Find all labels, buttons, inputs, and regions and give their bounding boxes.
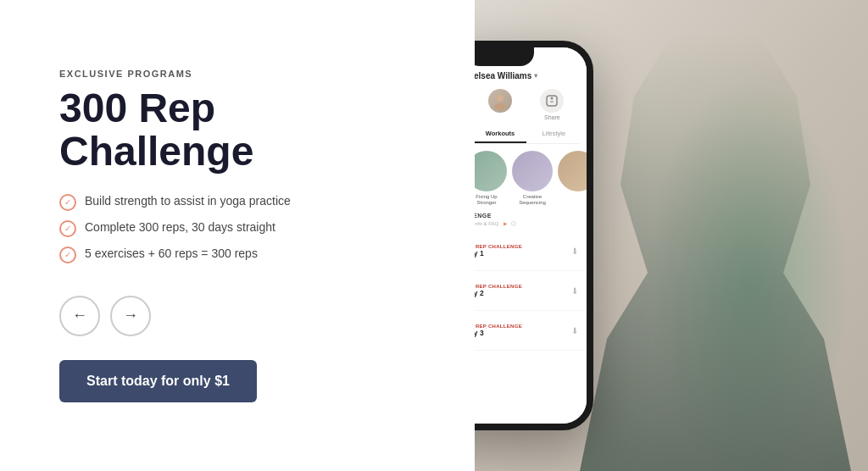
- tab-workouts[interactable]: Workouts: [475, 125, 526, 143]
- phone-notch: [475, 47, 534, 66]
- play-icon[interactable]: ▶: [504, 221, 508, 226]
- workout-name-1: Day 1: [475, 249, 566, 258]
- title-line1: 300 Rep: [59, 86, 215, 130]
- right-panel: Chelsea Williams ▾ ✉ Message: [475, 0, 868, 471]
- feature-item-3: 5 exercises + 60 reps = 300 reps: [59, 246, 424, 263]
- phone-device: Chelsea Williams ▾ ✉ Message: [475, 41, 593, 430]
- next-arrow-button[interactable]: →: [110, 296, 151, 336]
- info-icon[interactable]: ⓘ: [511, 221, 516, 226]
- phone-mockup: Chelsea Williams ▾ ✉ Message: [475, 41, 593, 430]
- program-item-3[interactable]: Creative Sequencing: [512, 151, 553, 206]
- phone-screen: Chelsea Williams ▾ ✉ Message: [475, 47, 587, 424]
- program-circle-2: [475, 151, 507, 191]
- phone-tabs: About Workouts Lifestyle: [475, 125, 580, 144]
- check-icon-2: [59, 220, 76, 237]
- main-title: 300 Rep Challenge: [59, 87, 424, 173]
- left-panel: EXCLUSIVE PROGRAMS 300 Rep Challenge Bui…: [0, 0, 475, 471]
- workout-row-3[interactable]: 300 REP CHALLENGE Day 3 ⬇: [475, 311, 587, 351]
- svg-point-1: [494, 103, 506, 109]
- feature-item-2: Complete 300 reps, 30 days straight: [59, 219, 424, 237]
- chevron-down-icon: ▾: [534, 72, 537, 80]
- phone-action-profile: [488, 89, 512, 120]
- workout-name-3: Day 3: [475, 329, 566, 337]
- features-list: Build strength to assist in yoga practic…: [59, 193, 424, 272]
- workout-name-2: Day 2: [475, 289, 566, 297]
- program-label-2: Fixing Up Stronger: [475, 194, 507, 206]
- tab-lifestyle[interactable]: Lifestyle: [528, 125, 580, 143]
- workout-info-3: 300 REP CHALLENGE Day 3: [475, 324, 566, 337]
- program-circle-4: [558, 151, 587, 191]
- workout-info-1: 300 REP CHALLENGE Day 1: [475, 244, 566, 258]
- phone-program-circles: 300 REP 300 Rep Challenge Fixing Up Stro…: [475, 144, 587, 209]
- program-label-3: Creative Sequencing: [512, 194, 553, 206]
- download-icon-1[interactable]: ⬇: [571, 247, 578, 256]
- workout-row-2[interactable]: 30 min 300 REP CHALLENGE Day 2 ⬇: [475, 271, 587, 311]
- program-item-2[interactable]: Fixing Up Stronger: [475, 151, 507, 206]
- workout-info-2: 300 REP CHALLENGE Day 2: [475, 284, 566, 297]
- nav-arrows: ← →: [59, 296, 424, 336]
- page-container: EXCLUSIVE PROGRAMS 300 Rep Challenge Bui…: [0, 0, 868, 471]
- share-label: Share: [544, 114, 560, 120]
- feature-text-2: Complete 300 reps, 30 days straight: [85, 219, 275, 236]
- exclusive-label: EXCLUSIVE PROGRAMS: [59, 69, 424, 79]
- feature-text-3: 5 exercises + 60 reps = 300 reps: [85, 246, 258, 263]
- phone-actions: ✉ Message S: [475, 86, 587, 125]
- check-icon-3: [59, 247, 76, 263]
- title-line2: Challenge: [59, 129, 253, 174]
- check-icon-1: [59, 194, 76, 211]
- download-icon-2[interactable]: ⬇: [571, 286, 578, 296]
- phone-username: Chelsea Williams: [475, 71, 531, 80]
- share-icon[interactable]: [540, 89, 564, 113]
- svg-point-0: [497, 95, 504, 102]
- phone-section-title: 300 REP CHALLENGE: [475, 209, 587, 220]
- feature-item-1: Build strength to assist in yoga practic…: [59, 193, 424, 211]
- program-circle-3: [512, 151, 553, 191]
- feature-text-1: Build strength to assist in yoga practic…: [85, 193, 291, 210]
- workout-row-1[interactable]: 30 min 300 REP CHALLENGE Day 1 ⬇: [475, 231, 587, 271]
- download-icon-3[interactable]: ⬇: [571, 326, 578, 335]
- phone-action-share: Share: [540, 89, 564, 120]
- phone-section-sub: 30 days · Tap for more info & FAQ ▶ ⓘ: [475, 220, 587, 231]
- svg-point-3: [551, 97, 554, 100]
- prev-arrow-button[interactable]: ←: [59, 296, 100, 336]
- program-item-4[interactable]: [558, 151, 587, 206]
- profile-icon[interactable]: [488, 89, 512, 113]
- cta-button[interactable]: Start today for only $1: [59, 360, 257, 402]
